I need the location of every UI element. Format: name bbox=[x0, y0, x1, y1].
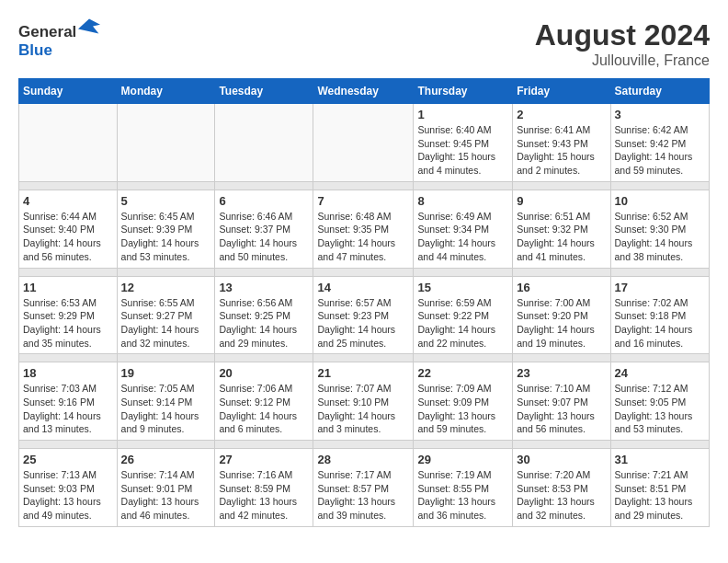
week-separator bbox=[19, 441, 710, 449]
day-info: Sunrise: 6:55 AMSunset: 9:27 PMDaylight:… bbox=[121, 296, 211, 350]
calendar-cell: 9Sunrise: 6:51 AMSunset: 9:32 PMDaylight… bbox=[513, 190, 610, 268]
calendar-cell bbox=[313, 104, 414, 182]
calendar-cell: 6Sunrise: 6:46 AMSunset: 9:37 PMDaylight… bbox=[215, 190, 313, 268]
day-number: 26 bbox=[121, 453, 211, 466]
day-info: Sunrise: 7:16 AMSunset: 8:59 PMDaylight:… bbox=[219, 468, 309, 523]
day-number: 29 bbox=[417, 453, 508, 466]
col-sunday: Sunday bbox=[19, 79, 118, 104]
day-number: 2 bbox=[517, 108, 606, 121]
calendar-cell: 10Sunrise: 6:52 AMSunset: 9:30 PMDayligh… bbox=[610, 190, 709, 268]
calendar-cell bbox=[215, 104, 313, 182]
calendar-cell: 18Sunrise: 7:03 AMSunset: 9:16 PMDayligh… bbox=[19, 362, 118, 441]
calendar-cell: 16Sunrise: 7:00 AMSunset: 9:20 PMDayligh… bbox=[513, 276, 610, 354]
day-info: Sunrise: 7:06 AMSunset: 9:12 PMDaylight:… bbox=[219, 382, 309, 436]
day-info: Sunrise: 6:56 AMSunset: 9:25 PMDaylight:… bbox=[219, 296, 309, 350]
calendar-cell: 4Sunrise: 6:44 AMSunset: 9:40 PMDaylight… bbox=[19, 190, 118, 268]
day-info: Sunrise: 6:49 AMSunset: 9:34 PMDaylight:… bbox=[417, 210, 508, 264]
calendar-cell: 24Sunrise: 7:12 AMSunset: 9:05 PMDayligh… bbox=[610, 362, 709, 441]
calendar-cell: 19Sunrise: 7:05 AMSunset: 9:14 PMDayligh… bbox=[117, 362, 215, 441]
calendar-cell: 28Sunrise: 7:17 AMSunset: 8:57 PMDayligh… bbox=[313, 449, 414, 527]
day-info: Sunrise: 6:59 AMSunset: 9:22 PMDaylight:… bbox=[417, 296, 508, 350]
day-info: Sunrise: 7:02 AMSunset: 9:18 PMDaylight:… bbox=[615, 296, 705, 350]
day-number: 21 bbox=[317, 366, 409, 380]
day-number: 31 bbox=[615, 453, 705, 466]
calendar-cell: 26Sunrise: 7:14 AMSunset: 9:01 PMDayligh… bbox=[117, 449, 215, 527]
calendar-cell: 1Sunrise: 6:40 AMSunset: 9:45 PMDaylight… bbox=[414, 104, 513, 182]
day-number: 16 bbox=[517, 281, 606, 294]
day-number: 20 bbox=[219, 366, 309, 380]
page-subtitle: Jullouville, France bbox=[535, 52, 710, 69]
day-number: 5 bbox=[121, 194, 211, 208]
day-info: Sunrise: 6:40 AMSunset: 9:45 PMDaylight:… bbox=[417, 123, 508, 178]
day-number: 27 bbox=[219, 453, 309, 466]
day-info: Sunrise: 7:19 AMSunset: 8:55 PMDaylight:… bbox=[417, 468, 508, 523]
logo-bird-icon bbox=[78, 18, 100, 37]
calendar-cell: 15Sunrise: 6:59 AMSunset: 9:22 PMDayligh… bbox=[414, 276, 513, 354]
calendar-cell: 5Sunrise: 6:45 AMSunset: 9:39 PMDaylight… bbox=[117, 190, 215, 268]
day-number: 24 bbox=[615, 366, 705, 380]
day-number: 23 bbox=[517, 366, 606, 380]
calendar-header-row: Sunday Monday Tuesday Wednesday Thursday… bbox=[19, 79, 710, 104]
col-thursday: Thursday bbox=[414, 79, 513, 104]
svg-marker-0 bbox=[78, 18, 100, 33]
week-separator bbox=[19, 181, 710, 190]
day-info: Sunrise: 7:05 AMSunset: 9:14 PMDaylight:… bbox=[121, 382, 211, 436]
calendar-week-row: 4Sunrise: 6:44 AMSunset: 9:40 PMDaylight… bbox=[19, 190, 710, 268]
logo: General Blue bbox=[18, 18, 100, 60]
calendar-cell: 2Sunrise: 6:41 AMSunset: 9:43 PMDaylight… bbox=[513, 104, 610, 182]
calendar-cell bbox=[19, 104, 118, 182]
logo-text: General Blue bbox=[18, 18, 100, 60]
calendar-cell: 22Sunrise: 7:09 AMSunset: 9:09 PMDayligh… bbox=[414, 362, 513, 441]
page-header: General Blue August 2024 Jullouville, Fr… bbox=[18, 18, 710, 69]
col-saturday: Saturday bbox=[610, 79, 709, 104]
day-info: Sunrise: 7:12 AMSunset: 9:05 PMDaylight:… bbox=[615, 382, 705, 436]
day-number: 3 bbox=[615, 108, 705, 121]
calendar-cell bbox=[117, 104, 215, 182]
calendar-week-row: 25Sunrise: 7:13 AMSunset: 9:03 PMDayligh… bbox=[19, 449, 710, 527]
day-number: 10 bbox=[615, 194, 705, 208]
day-number: 25 bbox=[23, 453, 113, 466]
week-separator bbox=[19, 268, 710, 276]
day-info: Sunrise: 6:57 AMSunset: 9:23 PMDaylight:… bbox=[317, 296, 409, 350]
day-number: 11 bbox=[23, 281, 113, 294]
col-tuesday: Tuesday bbox=[215, 79, 313, 104]
day-info: Sunrise: 6:51 AMSunset: 9:32 PMDaylight:… bbox=[517, 210, 606, 264]
day-info: Sunrise: 7:07 AMSunset: 9:10 PMDaylight:… bbox=[317, 382, 409, 436]
logo-blue: Blue bbox=[18, 41, 52, 59]
title-block: August 2024 Jullouville, France bbox=[535, 18, 710, 69]
day-number: 28 bbox=[317, 453, 409, 466]
day-info: Sunrise: 6:53 AMSunset: 9:29 PMDaylight:… bbox=[23, 296, 113, 350]
calendar-cell: 21Sunrise: 7:07 AMSunset: 9:10 PMDayligh… bbox=[313, 362, 414, 441]
calendar-cell: 20Sunrise: 7:06 AMSunset: 9:12 PMDayligh… bbox=[215, 362, 313, 441]
day-number: 18 bbox=[23, 366, 113, 380]
calendar-cell: 25Sunrise: 7:13 AMSunset: 9:03 PMDayligh… bbox=[19, 449, 118, 527]
day-number: 13 bbox=[219, 281, 309, 294]
calendar-cell: 8Sunrise: 6:49 AMSunset: 9:34 PMDaylight… bbox=[414, 190, 513, 268]
calendar-cell: 12Sunrise: 6:55 AMSunset: 9:27 PMDayligh… bbox=[117, 276, 215, 354]
day-info: Sunrise: 7:13 AMSunset: 9:03 PMDaylight:… bbox=[23, 468, 113, 523]
col-friday: Friday bbox=[513, 79, 610, 104]
calendar-cell: 14Sunrise: 6:57 AMSunset: 9:23 PMDayligh… bbox=[313, 276, 414, 354]
logo-general: General bbox=[18, 23, 76, 40]
day-info: Sunrise: 7:17 AMSunset: 8:57 PMDaylight:… bbox=[317, 468, 409, 523]
day-number: 8 bbox=[417, 194, 508, 208]
day-info: Sunrise: 7:14 AMSunset: 9:01 PMDaylight:… bbox=[121, 468, 211, 523]
day-number: 9 bbox=[517, 194, 606, 208]
day-info: Sunrise: 6:46 AMSunset: 9:37 PMDaylight:… bbox=[219, 210, 309, 264]
day-info: Sunrise: 6:44 AMSunset: 9:40 PMDaylight:… bbox=[23, 210, 113, 264]
col-wednesday: Wednesday bbox=[313, 79, 414, 104]
calendar-cell: 27Sunrise: 7:16 AMSunset: 8:59 PMDayligh… bbox=[215, 449, 313, 527]
calendar-cell: 30Sunrise: 7:20 AMSunset: 8:53 PMDayligh… bbox=[513, 449, 610, 527]
calendar-week-row: 1Sunrise: 6:40 AMSunset: 9:45 PMDaylight… bbox=[19, 104, 710, 182]
col-monday: Monday bbox=[117, 79, 215, 104]
day-number: 4 bbox=[23, 194, 113, 208]
day-info: Sunrise: 7:09 AMSunset: 9:09 PMDaylight:… bbox=[417, 382, 508, 436]
day-info: Sunrise: 6:41 AMSunset: 9:43 PMDaylight:… bbox=[517, 123, 606, 178]
day-info: Sunrise: 6:48 AMSunset: 9:35 PMDaylight:… bbox=[317, 210, 409, 264]
day-number: 22 bbox=[417, 366, 508, 380]
day-info: Sunrise: 7:03 AMSunset: 9:16 PMDaylight:… bbox=[23, 382, 113, 436]
week-separator bbox=[19, 354, 710, 362]
calendar-cell: 23Sunrise: 7:10 AMSunset: 9:07 PMDayligh… bbox=[513, 362, 610, 441]
calendar-cell: 11Sunrise: 6:53 AMSunset: 9:29 PMDayligh… bbox=[19, 276, 118, 354]
day-number: 19 bbox=[121, 366, 211, 380]
